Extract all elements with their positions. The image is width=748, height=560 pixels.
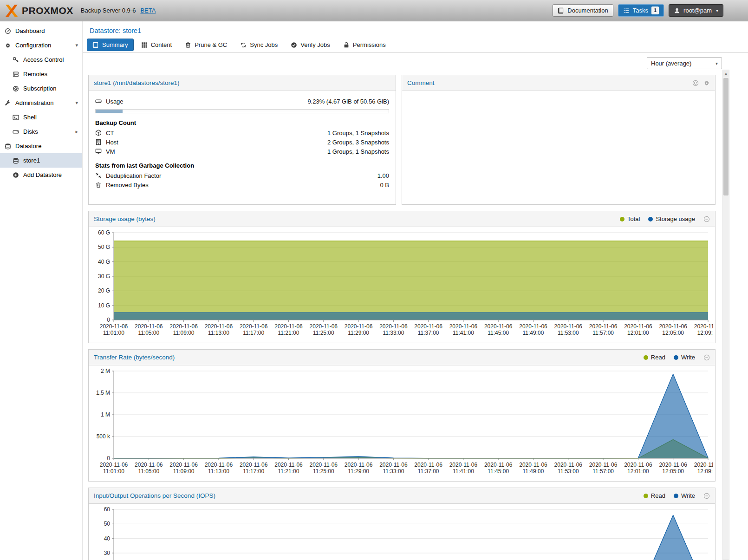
svg-text:2020-11-06: 2020-11-06 <box>484 462 513 468</box>
scroll-up-arrow[interactable]: ▲ <box>723 70 729 77</box>
svg-text:2020-11-06: 2020-11-06 <box>240 462 268 468</box>
caret-down-icon[interactable]: ▾ <box>75 42 78 48</box>
sidebar-item-store1[interactable]: store1 <box>0 153 82 168</box>
svg-text:2020-11-06: 2020-11-06 <box>205 462 233 468</box>
legend-read[interactable]: Read <box>644 492 665 499</box>
tasks-button[interactable]: Tasks 1 <box>618 4 664 17</box>
legend-dot <box>648 217 653 221</box>
legend-read[interactable]: Read <box>644 354 665 361</box>
tab-verify-jobs[interactable]: Verify Jobs <box>285 39 336 51</box>
tab-label: Permissions <box>353 41 386 48</box>
sidebar-item-configuration[interactable]: Configuration▾ <box>0 38 82 52</box>
tab-label: Prune & GC <box>195 41 227 48</box>
svg-text:11:33:00: 11:33:00 <box>383 330 404 336</box>
sidebar-item-label: Access Control <box>23 56 64 63</box>
sidebar-item-administration[interactable]: Administration▾ <box>0 96 82 110</box>
legend-dot <box>674 355 678 360</box>
sidebar-item-access-control[interactable]: Access Control <box>0 52 82 67</box>
svg-text:2020-11-06: 2020-11-06 <box>414 462 442 468</box>
svg-text:2020-11-06: 2020-11-06 <box>379 323 408 330</box>
legend-total[interactable]: Total <box>620 215 640 222</box>
stat-label: Host <box>106 139 118 146</box>
tab-summary[interactable]: Summary <box>87 39 134 51</box>
svg-text:2020-11-06: 2020-11-06 <box>659 462 687 468</box>
svg-text:11:21:00: 11:21:00 <box>278 330 299 336</box>
svg-text:2020-11-06: 2020-11-06 <box>554 323 583 330</box>
panel-header: store1 (/mnt/datastores/store1) <box>89 75 396 91</box>
legend-write[interactable]: Write <box>674 354 695 361</box>
datastore-summary-panel: store1 (/mnt/datastores/store1) Usage 9.… <box>88 75 396 205</box>
svg-text:40 G: 40 G <box>98 259 110 265</box>
svg-text:2020-11-06: 2020-11-06 <box>135 462 163 468</box>
svg-text:11:37:00: 11:37:00 <box>418 468 439 475</box>
sidebar-item-remotes[interactable]: Remotes <box>0 67 82 81</box>
trash-icon <box>185 42 191 48</box>
legend-write[interactable]: Write <box>674 492 695 499</box>
sidebar: DashboardConfiguration▾Access ControlRem… <box>0 21 83 560</box>
svg-text:11:45:00: 11:45:00 <box>488 468 509 475</box>
sidebar-item-label: Shell <box>23 114 37 121</box>
svg-text:60 G: 60 G <box>98 229 110 236</box>
terminal-icon <box>13 114 19 121</box>
collapse-panel-icon[interactable] <box>703 216 710 222</box>
svg-text:12:05:00: 12:05:00 <box>662 330 684 336</box>
sidebar-item-add-datastore[interactable]: Add Datastore <box>0 168 82 182</box>
server-icon <box>13 71 19 78</box>
caret-right-icon[interactable]: ▸ <box>75 129 78 135</box>
svg-text:2020-11-06: 2020-11-06 <box>449 462 478 468</box>
tab-content[interactable]: Content <box>136 39 178 51</box>
chart-legend: ReadWrite <box>644 354 695 361</box>
svg-text:2020-11-06: 2020-11-06 <box>310 462 338 468</box>
time-range-select[interactable]: Hour (average) ▾ <box>647 57 722 69</box>
main-content: Datastore: store1 SummaryContentPrune & … <box>83 21 748 560</box>
legend-dot <box>644 355 648 360</box>
svg-text:2020-11-06: 2020-11-06 <box>449 323 478 330</box>
sidebar-item-label: Subscription <box>23 85 57 92</box>
chart-body: 01020304050602020-11-0611:01:002020-11-0… <box>89 504 715 560</box>
sidebar-item-dashboard[interactable]: Dashboard <box>0 24 82 38</box>
legend-dot <box>620 217 624 221</box>
page-title: Datastore: store1 <box>90 27 748 34</box>
caret-down-icon[interactable]: ▾ <box>75 100 78 106</box>
svg-text:11:53:00: 11:53:00 <box>558 468 579 475</box>
tab-sync-jobs[interactable]: Sync Jobs <box>234 39 283 51</box>
svg-text:2020-11-06: 2020-11-06 <box>519 323 547 330</box>
sidebar-item-shell[interactable]: Shell <box>0 110 82 124</box>
user-menu-button[interactable]: root@pam ▾ <box>669 4 723 17</box>
svg-text:1.5 M: 1.5 M <box>96 390 110 396</box>
sidebar-item-label: Add Datastore <box>23 171 62 178</box>
gc-stat-row: Deduplication Factor1.00 <box>95 171 389 180</box>
documentation-button[interactable]: Documentation <box>553 4 613 17</box>
collapse-panel-icon[interactable] <box>703 354 710 361</box>
svg-text:2020-11-06: 2020-11-06 <box>345 462 373 468</box>
legend-label: Write <box>681 492 695 499</box>
tab-permissions[interactable]: Permissions <box>338 39 391 51</box>
sidebar-item-label: Disks <box>23 128 38 135</box>
legend-storage-usage[interactable]: Storage usage <box>648 215 695 222</box>
comment-settings-icon[interactable] <box>703 80 710 86</box>
gc-stats-title: Stats from last Garbage Collection <box>95 162 389 169</box>
vertical-scrollbar[interactable]: ▲ <box>722 70 729 560</box>
svg-text:2020-11-06: 2020-11-06 <box>100 462 128 468</box>
gc-stat-row: Removed Bytes0 B <box>95 180 389 189</box>
beta-link[interactable]: BETA <box>140 7 156 14</box>
svg-text:11:29:00: 11:29:00 <box>348 468 369 475</box>
gears-icon <box>5 42 11 49</box>
scrollbar-thumb[interactable] <box>723 78 728 195</box>
legend-label: Read <box>651 492 665 499</box>
refresh-comment-icon[interactable] <box>692 80 699 86</box>
sidebar-item-label: Dashboard <box>15 27 45 34</box>
sidebar-item-datastore[interactable]: Datastore <box>0 139 82 153</box>
svg-text:2020-11-06: 2020-11-06 <box>169 323 198 330</box>
sidebar-item-disks[interactable]: Disks▸ <box>0 124 82 139</box>
svg-text:11:45:00: 11:45:00 <box>488 330 509 336</box>
tab-prune-gc[interactable]: Prune & GC <box>179 39 233 51</box>
sidebar-item-subscription[interactable]: Subscription <box>0 81 82 96</box>
svg-text:0: 0 <box>107 317 110 323</box>
database-icon <box>5 143 11 150</box>
comment-body[interactable] <box>402 91 715 102</box>
stat-value: 1 Groups, 1 Snapshots <box>327 130 389 137</box>
svg-text:500 k: 500 k <box>97 433 111 440</box>
collapse-panel-icon[interactable] <box>703 493 710 499</box>
svg-text:11:21:00: 11:21:00 <box>278 468 299 475</box>
